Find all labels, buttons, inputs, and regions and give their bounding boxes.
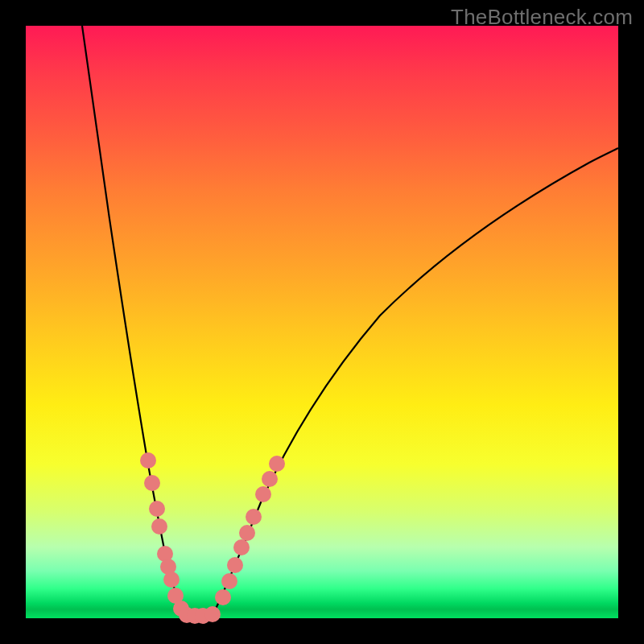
curve-right bbox=[211, 148, 618, 618]
marker-dot bbox=[204, 606, 221, 622]
marker-dot bbox=[227, 557, 243, 573]
marker-dot bbox=[262, 471, 278, 487]
marker-dot bbox=[140, 452, 156, 469]
curve-left bbox=[82, 26, 187, 618]
chart-svg bbox=[26, 26, 618, 618]
marker-dot bbox=[221, 573, 237, 589]
marker-dot bbox=[233, 539, 250, 555]
marker-dot bbox=[149, 501, 165, 517]
marker-dot bbox=[239, 525, 255, 541]
marker-dot bbox=[163, 572, 180, 588]
marker-dot bbox=[151, 518, 167, 535]
marker-dot bbox=[269, 456, 285, 472]
marker-dot bbox=[215, 589, 231, 605]
marker-dot bbox=[246, 509, 262, 525]
outer-frame: TheBottleneck.com bbox=[0, 0, 644, 644]
marker-dot bbox=[144, 475, 160, 491]
marker-dot bbox=[255, 486, 271, 502]
